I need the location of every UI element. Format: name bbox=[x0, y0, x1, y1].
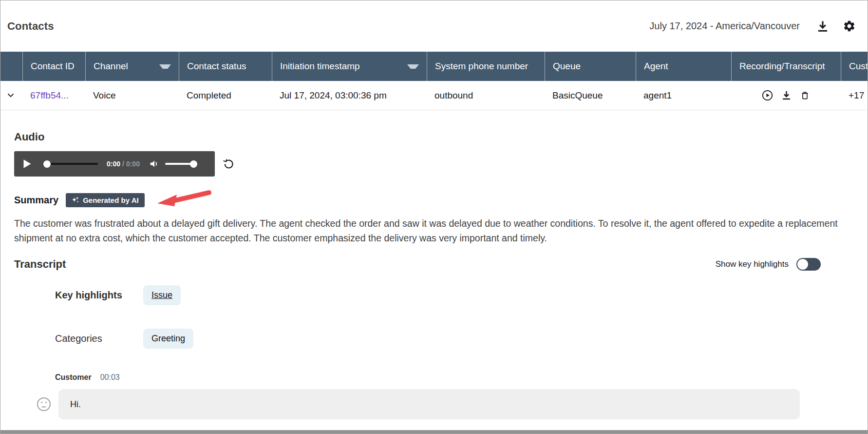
collapse-row-button[interactable] bbox=[5, 91, 16, 99]
download-recording-button[interactable] bbox=[781, 90, 792, 100]
cell-channel: Voice bbox=[85, 90, 179, 101]
contact-id-link[interactable]: 67ffb54... bbox=[30, 90, 69, 100]
show-key-highlights-label: Show key highlights bbox=[716, 259, 789, 269]
cell-system-phone-number: outbound bbox=[427, 90, 545, 101]
categories-label: Categories bbox=[55, 333, 134, 344]
settings-button[interactable] bbox=[843, 20, 856, 33]
col-recording-transcript: Recording/Transcript bbox=[731, 52, 841, 81]
cell-agent: agent1 bbox=[636, 90, 731, 101]
download-results-button[interactable] bbox=[816, 20, 829, 33]
time-display: 0:00/0:00 bbox=[107, 160, 140, 168]
speaker-icon bbox=[149, 158, 159, 169]
play-circle-icon bbox=[762, 90, 773, 101]
cell-customer: +17 bbox=[841, 90, 868, 101]
seek-slider[interactable] bbox=[43, 160, 98, 168]
col-expander bbox=[0, 52, 22, 81]
ai-badge-label: Generated by AI bbox=[83, 196, 138, 204]
message-meta: Customer 00:03 bbox=[14, 373, 868, 382]
message-speaker: Customer bbox=[55, 373, 92, 382]
show-key-highlights-control: Show key highlights bbox=[716, 258, 821, 271]
duration: 0:00 bbox=[126, 160, 140, 168]
download-icon bbox=[781, 90, 792, 100]
cell-contact-status: Completed bbox=[179, 90, 272, 101]
seek-knob[interactable] bbox=[43, 160, 51, 168]
contact-detail-panel: Audio 0:00/0:00 bbox=[0, 131, 868, 419]
generated-by-ai-badge: Generated by AI bbox=[66, 193, 144, 207]
col-agent: Agent bbox=[636, 52, 731, 81]
col-channel: Channel bbox=[85, 52, 179, 81]
message-text: Hi. bbox=[70, 399, 81, 410]
cell-queue: BasicQueue bbox=[545, 90, 636, 101]
top-bar-actions: July 17, 2024 - America/Vancouver bbox=[649, 20, 856, 33]
audio-player[interactable]: 0:00/0:00 bbox=[14, 151, 215, 177]
download-icon bbox=[816, 20, 829, 33]
play-icon bbox=[23, 159, 32, 169]
annotation-arrow-icon bbox=[151, 189, 212, 208]
delete-recording-button[interactable] bbox=[800, 90, 810, 100]
summary-header: Summary Generated by AI bbox=[14, 192, 868, 208]
key-highlights-row: Key highlights Issue bbox=[14, 285, 868, 305]
col-queue: Queue bbox=[545, 52, 636, 81]
cell-initiation-timestamp: Jul 17, 2024, 03:00:36 pm bbox=[272, 90, 427, 101]
channel-filter-dropdown-icon[interactable] bbox=[159, 64, 171, 69]
message-bubble: Hi. bbox=[58, 389, 800, 419]
top-bar: Contacts July 17, 2024 - America/Vancouv… bbox=[0, 0, 868, 52]
play-button[interactable] bbox=[23, 159, 32, 169]
ai-sparkle-icon bbox=[72, 196, 79, 204]
trash-icon bbox=[800, 90, 810, 100]
cell-recording-transcript bbox=[731, 90, 841, 101]
col-customer: Cust bbox=[841, 52, 868, 81]
refresh-audio-button[interactable] bbox=[223, 158, 235, 170]
date-range-label: July 17, 2024 - America/Vancouver bbox=[649, 20, 800, 32]
page-title: Contacts bbox=[7, 20, 54, 33]
col-contact-id: Contact ID bbox=[22, 52, 85, 81]
key-highlights-label: Key highlights bbox=[55, 290, 134, 301]
contacts-page: Contacts July 17, 2024 - America/Vancouv… bbox=[0, 0, 868, 434]
col-contact-status: Contact status bbox=[179, 52, 272, 81]
toggle-knob bbox=[797, 259, 808, 270]
contacts-table-header: Contact ID Channel Contact status Initia… bbox=[0, 52, 868, 81]
audio-player-row: 0:00/0:00 bbox=[14, 151, 868, 177]
col-initiation-timestamp: Initiation timestamp bbox=[272, 52, 427, 81]
volume-slider[interactable] bbox=[165, 160, 197, 168]
mute-button[interactable] bbox=[149, 158, 159, 169]
transcript-header: Transcript Show key highlights bbox=[14, 258, 868, 271]
volume-knob[interactable] bbox=[190, 160, 197, 168]
play-recording-button[interactable] bbox=[762, 90, 773, 101]
neutral-face-icon bbox=[37, 397, 51, 412]
horizontal-scrollbar[interactable] bbox=[0, 430, 868, 434]
transcript-heading: Transcript bbox=[14, 258, 66, 271]
message-timestamp: 00:03 bbox=[100, 373, 120, 382]
time-separator: / bbox=[122, 160, 124, 168]
audio-heading: Audio bbox=[14, 131, 868, 143]
chevron-down-icon bbox=[7, 93, 14, 98]
table-row: 67ffb54... Voice Completed Jul 17, 2024,… bbox=[0, 81, 868, 110]
seek-track bbox=[47, 163, 98, 165]
summary-heading: Summary bbox=[14, 195, 58, 206]
show-key-highlights-toggle[interactable] bbox=[796, 258, 821, 271]
key-highlight-issue-pill[interactable]: Issue bbox=[143, 285, 181, 305]
col-system-phone-number: System phone number bbox=[427, 52, 545, 81]
gear-icon bbox=[843, 20, 856, 33]
summary-text: The customer was frustrated about a dela… bbox=[14, 216, 855, 245]
category-greeting-pill: Greeting bbox=[143, 329, 193, 349]
categories-row: Categories Greeting bbox=[14, 329, 868, 349]
current-time: 0:00 bbox=[107, 160, 120, 168]
timestamp-filter-dropdown-icon[interactable] bbox=[407, 64, 419, 69]
refresh-icon bbox=[223, 158, 235, 170]
message-row: Hi. bbox=[14, 389, 868, 419]
